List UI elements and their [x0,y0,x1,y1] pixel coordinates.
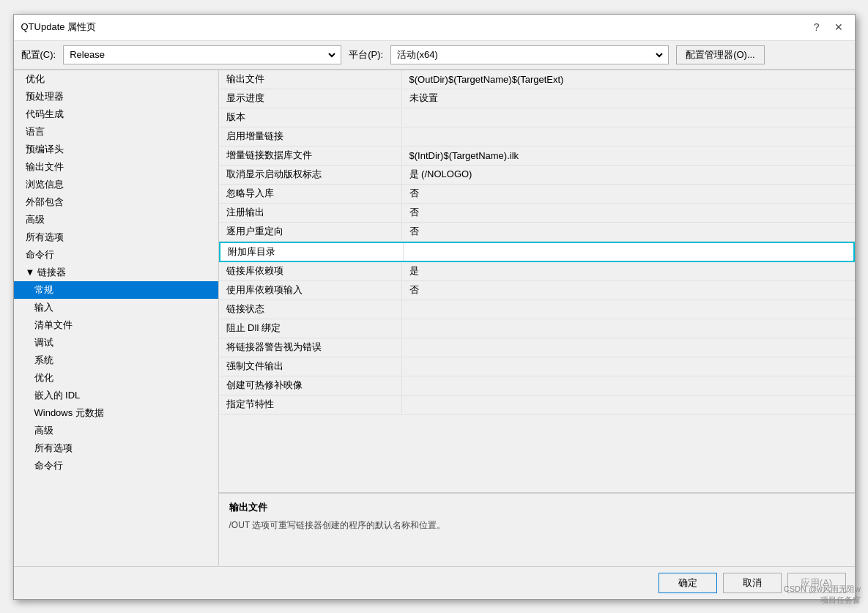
watermark-line2: 项目任务窗 [784,595,861,606]
sidebar-item-debug[interactable]: 调试 [14,334,218,352]
cancel-button[interactable]: 取消 [723,573,782,593]
prop-name: 增量链接数据库文件 [219,146,402,164]
sidebar-item-precompiled-header[interactable]: 预编译头 [14,141,218,158]
property-row[interactable]: 使用库依赖项输入否 [219,281,855,300]
titlebar: QTUpdate 属性页 ? ✕ [14,15,855,41]
property-row[interactable]: 附加库目录 [219,242,855,262]
sidebar-item-advanced2[interactable]: 高级 [14,422,218,439]
prop-name: 显示进度 [219,89,402,107]
prop-value: $(OutDir)$(TargetName)$(TargetExt) [402,72,855,87]
property-table: 输出文件$(OutDir)$(TargetName)$(TargetExt)显示… [219,70,855,493]
property-row[interactable]: 强制文件输出 [219,357,855,376]
config-label: 配置(C): [21,48,56,62]
property-row[interactable]: 忽略导入库否 [219,185,855,204]
sidebar-item-external-include[interactable]: 外部包含 [14,193,218,211]
close-button[interactable]: ✕ [830,20,847,34]
sidebar-item-input[interactable]: 输入 [14,299,218,316]
sidebar-item-all-options[interactable]: 所有选项 [14,229,218,246]
platform-dropdown[interactable]: 活动(x64) [394,46,665,64]
prop-name: 取消显示启动版权标志 [219,166,402,183]
property-row[interactable]: 链接库依赖项是 [219,262,855,281]
prop-name: 版本 [219,108,402,126]
prop-name: 链接库依赖项 [219,262,402,280]
prop-value: 否 [402,223,855,240]
sidebar-item-codegen[interactable]: 代码生成 [14,105,218,123]
sidebar-item-general[interactable]: 常规 [14,281,218,299]
config-bar: 配置(C): Release 平台(P): 活动(x64) 配置管理器(O)..… [14,41,855,70]
sidebar-item-opt2[interactable]: 优化 [14,369,218,387]
sidebar-item-cmdline[interactable]: 命令行 [14,246,218,264]
prop-name: 附加库目录 [220,243,404,261]
prop-value [402,345,855,349]
prop-name: 使用库依赖项输入 [219,281,402,299]
prop-name: 逐用户重定向 [219,223,402,240]
bottom-bar: 确定 取消 应用(A) [14,566,855,599]
prop-value: 是 [402,262,855,280]
help-button[interactable]: ? [809,20,824,34]
prop-value: 否 [402,185,855,202]
prop-value: 否 [402,281,855,299]
property-row[interactable]: 将链接器警告视为错误 [219,338,855,357]
prop-name: 启用增量链接 [219,127,402,145]
sidebar-item-optimize[interactable]: 优化 [14,70,218,88]
sidebar: 优化预处理器代码生成语言预编译头输出文件浏览信息外部包含高级所有选项命令行▼ 链… [14,70,219,566]
description-area: 输出文件 /OUT 选项可重写链接器创建的程序的默认名称和位置。 [219,493,855,566]
sidebar-item-windows-metadata[interactable]: Windows 元数据 [14,404,218,422]
prop-name: 链接状态 [219,300,402,318]
platform-select-wrapper[interactable]: 活动(x64) [390,45,669,64]
config-manager-button[interactable]: 配置管理器(O)... [676,45,765,64]
sidebar-item-language[interactable]: 语言 [14,123,218,141]
watermark-line1: CSDN @w风雨无阻w [784,584,861,595]
prop-value: $(IntDir)$(TargetName).ilk [402,148,855,163]
config-select-wrapper[interactable]: Release [63,45,341,64]
sidebar-item-system[interactable]: 系统 [14,352,218,369]
property-row[interactable]: 创建可热修补映像 [219,376,855,395]
sidebar-item-all-options2[interactable]: 所有选项 [14,439,218,457]
sidebar-item-cmdline2[interactable]: 命令行 [14,457,218,475]
prop-name: 创建可热修补映像 [219,376,402,394]
prop-name: 指定节特性 [219,395,402,413]
prop-value [402,364,855,368]
content-area: 输出文件$(OutDir)$(TargetName)$(TargetExt)显示… [219,70,855,566]
prop-name: 忽略导入库 [219,185,402,202]
prop-value [404,250,853,254]
sidebar-item-manifest[interactable]: 清单文件 [14,316,218,334]
watermark: CSDN @w风雨无阻w 项目任务窗 [784,584,861,606]
prop-value [402,307,855,311]
property-row[interactable]: 显示进度未设置 [219,89,855,108]
main-area: 优化预处理器代码生成语言预编译头输出文件浏览信息外部包含高级所有选项命令行▼ 链… [14,70,855,566]
prop-name: 阻止 Dll 绑定 [219,319,402,337]
prop-value: 是 (/NOLOGO) [402,166,855,183]
prop-value: 否 [402,204,855,221]
config-dropdown[interactable]: Release [67,46,338,64]
sidebar-item-preprocessor[interactable]: 预处理器 [14,88,218,105]
sidebar-item-embedded-idl[interactable]: 嵌入的 IDL [14,387,218,404]
sidebar-item-output-files[interactable]: 输出文件 [14,158,218,176]
ok-button[interactable]: 确定 [659,573,717,593]
property-row[interactable]: 指定节特性 [219,395,855,415]
property-row[interactable]: 链接状态 [219,300,855,319]
dialog-title: QTUpdate 属性页 [21,21,97,34]
property-row[interactable]: 版本 [219,108,855,127]
prop-value [402,115,855,119]
property-row[interactable]: 注册输出否 [219,204,855,223]
property-row[interactable]: 逐用户重定向否 [219,223,855,242]
property-row[interactable]: 取消显示启动版权标志是 (/NOLOGO) [219,166,855,185]
sidebar-item-linker-group[interactable]: ▼ 链接器 [14,264,218,281]
prop-name: 将链接器警告视为错误 [219,338,402,356]
prop-value: 未设置 [402,89,855,107]
prop-value [402,383,855,387]
property-row[interactable]: 增量链接数据库文件$(IntDir)$(TargetName).ilk [219,146,855,166]
prop-value [402,326,855,330]
platform-label: 平台(P): [349,48,383,62]
description-text: /OUT 选项可重写链接器创建的程序的默认名称和位置。 [229,519,845,532]
sidebar-item-browse-info[interactable]: 浏览信息 [14,176,218,193]
prop-name: 强制文件输出 [219,357,402,375]
prop-name: 注册输出 [219,204,402,221]
property-row[interactable]: 输出文件$(OutDir)$(TargetName)$(TargetExt) [219,70,855,89]
sidebar-item-advanced[interactable]: 高级 [14,211,218,229]
property-row[interactable]: 启用增量链接 [219,127,855,146]
property-row[interactable]: 阻止 Dll 绑定 [219,319,855,338]
prop-value [402,402,855,406]
dialog: QTUpdate 属性页 ? ✕ 配置(C): Release 平台(P): 活… [13,14,856,600]
